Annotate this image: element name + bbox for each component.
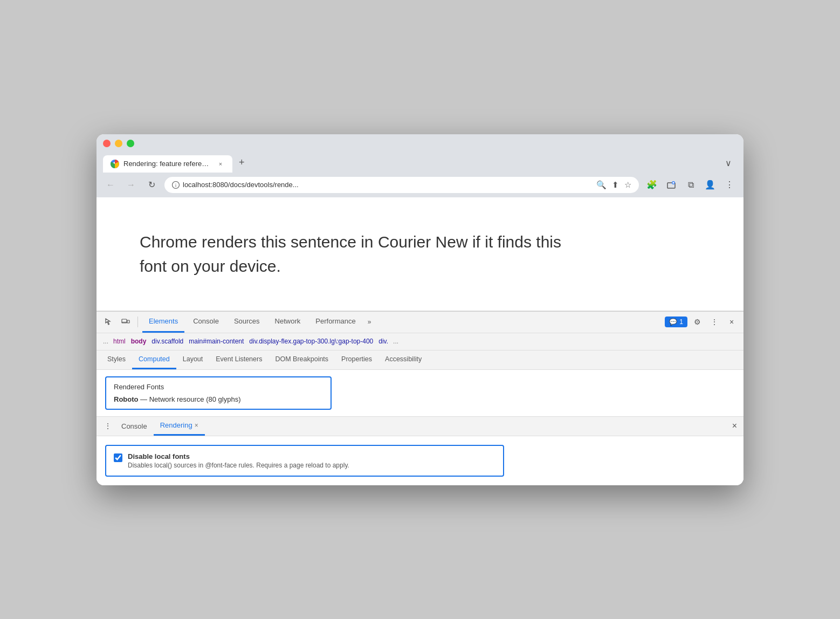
address-bar: ← → ↻ i localhost:8080/docs/devtools/ren… — [97, 173, 743, 197]
url-display: localhost:8080/docs/devtools/rende... — [183, 181, 593, 189]
close-devtools-button[interactable]: × — [724, 314, 739, 329]
devtools-drawer: ⋮ Console Rendering × × Disable local fo… — [97, 416, 743, 485]
devtools-content: Rendered Fonts Roboto — Network resource… — [97, 370, 743, 416]
issues-badge[interactable]: 💬 1 — [665, 317, 687, 327]
extensions-icon[interactable]: 🧩 — [644, 177, 659, 192]
breadcrumb-div-scaffold[interactable]: div.scaffold — [149, 336, 186, 346]
settings-icon[interactable]: ⚙ — [690, 314, 705, 329]
drawer-menu-button[interactable]: ⋮ — [101, 422, 115, 430]
inspect-element-icon[interactable] — [101, 314, 116, 329]
breadcrumb-body[interactable]: body — [128, 336, 149, 346]
traffic-light-green[interactable] — [127, 140, 134, 147]
window-chrome: Rendering: feature reference - × + ∨ — [97, 134, 743, 173]
network-tab[interactable]: Network — [268, 311, 307, 333]
info-icon: i — [172, 181, 180, 189]
toolbar-icons: 🧩 ⧉ 👤 ⋮ — [644, 177, 737, 192]
zoom-icon[interactable]: 🔍 — [596, 180, 607, 190]
svg-text:i: i — [175, 183, 176, 188]
profile-icon[interactable]: 👤 — [703, 177, 718, 192]
traffic-light-yellow[interactable] — [115, 140, 122, 147]
rendered-fonts-title: Rendered Fonts — [114, 383, 323, 391]
disable-local-fonts-row: Disable local fonts Disables local() sou… — [105, 445, 504, 477]
devtools-toolbar: Elements Console Sources Network Perform… — [97, 312, 743, 333]
svg-rect-8 — [127, 320, 129, 323]
elements-tab[interactable]: Elements — [142, 311, 184, 333]
breadcrumb-div-last[interactable]: div. — [376, 336, 391, 346]
disable-fonts-text: Disable local fonts Disables local() sou… — [128, 452, 349, 469]
properties-subtab[interactable]: Properties — [335, 350, 378, 369]
accessibility-subtab[interactable]: Accessibility — [378, 350, 428, 369]
issues-badge-icon: 💬 — [669, 318, 677, 326]
address-icons: 🔍 ⬆ ☆ — [596, 180, 631, 190]
page-content: Chrome renders this sentence in Courier … — [97, 197, 743, 311]
devtools-panel: Elements Console Sources Network Perform… — [97, 311, 743, 485]
dom-breadcrumb: ... html body div.scaffold main#main-con… — [97, 333, 743, 350]
event-listeners-subtab[interactable]: Event Listeners — [209, 350, 268, 369]
font-name: Roboto — [114, 395, 138, 403]
drawer-rendering-close[interactable]: × — [195, 422, 198, 429]
disable-fonts-checkbox[interactable] — [114, 453, 122, 462]
tab-close-button[interactable]: × — [216, 160, 225, 168]
toolbar-divider — [137, 317, 138, 327]
reload-button[interactable]: ↻ — [144, 177, 159, 192]
close-drawer-button[interactable]: × — [730, 419, 739, 433]
share-icon[interactable]: ⬆ — [612, 180, 619, 190]
breadcrumb-ellipsis-end[interactable]: ... — [391, 336, 401, 346]
dom-breakpoints-subtab[interactable]: DOM Breakpoints — [268, 350, 335, 369]
sources-tab[interactable]: Sources — [228, 311, 266, 333]
layout-subtab[interactable]: Layout — [176, 350, 210, 369]
drawer-console-tab[interactable]: Console — [115, 416, 154, 436]
disable-fonts-title: Disable local fonts — [128, 452, 349, 460]
split-screen-icon[interactable]: ⧉ — [683, 177, 698, 192]
more-options-icon[interactable]: ⋮ — [707, 314, 722, 329]
breadcrumb-html[interactable]: html — [111, 336, 128, 346]
rendered-fonts-section: Rendered Fonts Roboto — Network resource… — [105, 376, 332, 410]
tab-bar: Rendering: feature reference - × + ∨ — [103, 153, 737, 173]
rendered-font-row: Roboto — Network resource (80 glyphs) — [114, 395, 323, 403]
back-button[interactable]: ← — [103, 177, 118, 192]
chrome-menu-icon[interactable]: ⋮ — [722, 177, 737, 192]
page-text: Chrome renders this sentence in Courier … — [140, 230, 571, 278]
browser-tab[interactable]: Rendering: feature reference - × — [103, 155, 232, 173]
computed-subtab[interactable]: Computed — [132, 350, 176, 369]
performance-tab[interactable]: Performance — [309, 311, 362, 333]
more-tabs-button[interactable]: » — [364, 318, 375, 326]
issues-badge-count: 1 — [679, 318, 683, 326]
breadcrumb-ellipsis-start[interactable]: ... — [101, 336, 111, 346]
forward-button[interactable]: → — [123, 177, 139, 192]
traffic-light-red[interactable] — [103, 140, 111, 147]
tab-menu-button[interactable]: ∨ — [720, 154, 737, 173]
breadcrumb-main[interactable]: main#main-content — [186, 336, 246, 346]
traffic-lights — [103, 140, 737, 147]
styles-subtab[interactable]: Styles — [101, 350, 132, 369]
disable-fonts-description: Disables local() sources in @font-face r… — [128, 462, 349, 469]
font-desc: — Network resource (80 glyphs) — [140, 395, 240, 403]
drawer-tabs: ⋮ Console Rendering × × — [97, 417, 743, 436]
device-toolbar-icon[interactable] — [118, 314, 133, 329]
bookmark-icon[interactable]: ☆ — [624, 180, 631, 190]
chrome-favicon — [111, 160, 119, 168]
tab-title: Rendering: feature reference - — [123, 160, 212, 168]
devtools-subtabs: Styles Computed Layout Event Listeners D… — [97, 350, 743, 370]
drawer-rendering-tab[interactable]: Rendering × — [154, 416, 205, 436]
console-tab[interactable]: Console — [187, 311, 225, 333]
drawer-content: Disable local fonts Disables local() sou… — [97, 436, 743, 485]
new-tab-button[interactable]: + — [233, 153, 250, 173]
devtools-icon[interactable] — [664, 177, 679, 192]
address-input[interactable]: i localhost:8080/docs/devtools/rende... … — [164, 177, 639, 193]
breadcrumb-div-flex[interactable]: div.display-flex.gap-top-300.lg\:gap-top… — [246, 336, 376, 346]
svg-point-6 — [673, 182, 674, 183]
browser-window: Rendering: feature reference - × + ∨ ← →… — [97, 134, 743, 485]
